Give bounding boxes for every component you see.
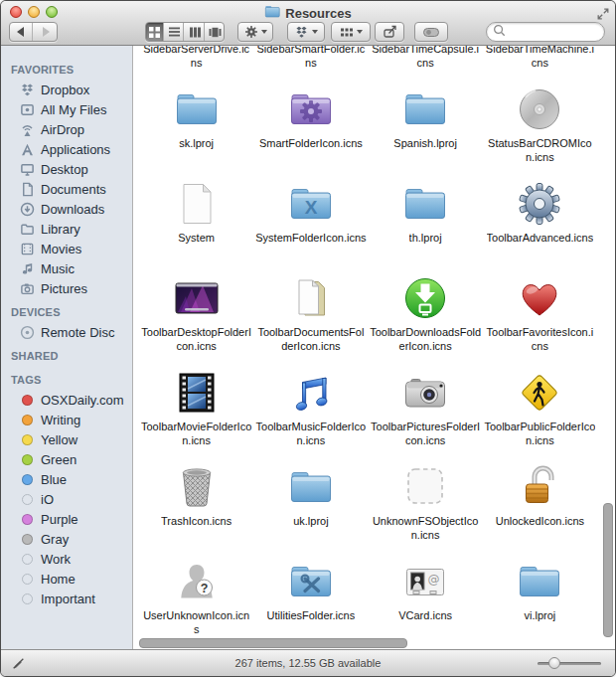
sidebar-item-music[interactable]: Music bbox=[1, 258, 132, 278]
sidebar-item-airdrop[interactable]: AirDrop bbox=[1, 119, 132, 139]
sidebar-item-label: OSXDaily.com bbox=[41, 393, 124, 408]
folder-icon bbox=[287, 463, 335, 511]
folder-icon bbox=[401, 85, 449, 133]
grid-item[interactable]: StatusBarCDROMIcon.icns bbox=[483, 85, 597, 180]
sidebar-item-writing[interactable]: Writing bbox=[1, 410, 132, 429]
sidebar-item-blue[interactable]: Blue bbox=[1, 469, 132, 489]
grid-item[interactable]: TrashIcon.icns bbox=[139, 463, 253, 558]
tags-button[interactable] bbox=[414, 22, 448, 42]
grid-item[interactable]: UnlockedIcon.icns bbox=[483, 463, 597, 558]
grid-item[interactable]: SidebarSmartFolder.icns bbox=[253, 46, 368, 85]
sidebar-item-movies[interactable]: Movies bbox=[1, 239, 132, 258]
vertical-scrollbar[interactable] bbox=[603, 503, 613, 637]
capsule-toggle-icon bbox=[422, 26, 440, 39]
sidebar-item-library[interactable]: Library bbox=[1, 219, 132, 239]
icon-view-button[interactable] bbox=[146, 23, 164, 41]
grid-item[interactable]: Spanish.lproj bbox=[369, 85, 483, 180]
grid-item[interactable]: ToolbarDesktopFolderIcon.icns bbox=[139, 274, 253, 369]
grid-item[interactable]: UtilitiesFolder.icns bbox=[253, 558, 368, 649]
grid-item[interactable]: ToolbarDownloadsFolderIcon.icns bbox=[369, 274, 483, 369]
sidebar-item-yellow[interactable]: Yellow bbox=[1, 429, 132, 449]
sidebar-item-label: Important bbox=[41, 592, 95, 606]
sidebar-item-all-my-files[interactable]: All My Files bbox=[1, 99, 132, 119]
grid-item[interactable]: ToolbarMovieFolderIcon.icns bbox=[139, 369, 253, 463]
grid-item-label: ToolbarFavoritesIcon.icns bbox=[484, 326, 595, 353]
grid-item[interactable]: SidebarTimeMachine.icns bbox=[483, 46, 597, 85]
grid-item-label: ToolbarMovieFolderIcon.icns bbox=[141, 421, 252, 447]
share-button[interactable] bbox=[375, 22, 404, 42]
back-button[interactable] bbox=[10, 23, 33, 41]
grid-item[interactable]: SidebarServerDrive.icns bbox=[139, 46, 253, 85]
sidebar-item-label: All My Files bbox=[41, 102, 106, 117]
grid-item[interactable]: UnknownFSObjectIcon.icns bbox=[369, 463, 483, 558]
action-menu-button[interactable] bbox=[237, 22, 273, 42]
forward-button[interactable] bbox=[36, 23, 58, 41]
camera-icon bbox=[401, 369, 449, 417]
minimize-button[interactable] bbox=[28, 6, 40, 18]
sidebar-item-documents[interactable]: Documents bbox=[1, 179, 132, 199]
icon-size-slider[interactable] bbox=[538, 650, 601, 676]
grid-item[interactable]: ToolbarPicturesFolderIcon.icns bbox=[369, 369, 483, 463]
grid-item[interactable]: XSystemFolderIcon.icns bbox=[253, 180, 368, 274]
sidebar-section-header-favorites: FAVORITES bbox=[1, 56, 132, 80]
grid-item[interactable]: ToolbarDocumentsFolderIcon.icns bbox=[253, 274, 368, 369]
dropbox-menu-button[interactable] bbox=[287, 22, 325, 42]
sidebar-item-remote-disc[interactable]: Remote Disc bbox=[1, 322, 132, 342]
grid-item-label: uk.lproj bbox=[293, 515, 328, 529]
all-my-files-icon bbox=[19, 101, 35, 117]
sidebar-item-purple[interactable]: Purple bbox=[1, 509, 132, 529]
sidebar-item-label: Dropbox bbox=[41, 83, 89, 97]
grid-item[interactable]: th.lproj bbox=[369, 180, 483, 274]
sidebar-item-applications[interactable]: Applications bbox=[1, 139, 132, 159]
tag-dot-icon bbox=[19, 571, 35, 587]
vcard-icon: @ bbox=[401, 558, 449, 605]
grid-item[interactable]: vi.lproj bbox=[483, 558, 597, 649]
slider-knob[interactable] bbox=[548, 657, 560, 669]
grid-item[interactable]: SidebarTimeCapsule.icns bbox=[369, 46, 483, 85]
grid-item[interactable]: ?UserUnknownIcon.icns bbox=[139, 558, 253, 649]
sidebar-item-important[interactable]: Important bbox=[1, 589, 132, 608]
documents-stack-icon bbox=[287, 274, 335, 322]
sidebar-item-desktop[interactable]: Desktop bbox=[1, 159, 132, 179]
grid-item-label: SmartFolderIcon.icns bbox=[259, 137, 363, 151]
sidebar-item-downloads[interactable]: Downloads bbox=[1, 199, 132, 219]
grid-item-label: sk.lproj bbox=[179, 137, 214, 151]
grid-item[interactable]: System bbox=[139, 180, 253, 274]
folder-icon bbox=[264, 4, 280, 22]
horizontal-scrollbar[interactable] bbox=[139, 638, 407, 648]
sidebar-item-home[interactable]: Home bbox=[1, 569, 132, 589]
search-field[interactable] bbox=[486, 22, 605, 42]
sidebar-item-dropbox[interactable]: Dropbox bbox=[1, 80, 132, 99]
grid-item[interactable]: ToolbarPublicFolderIcon.icns bbox=[483, 369, 597, 463]
grid-item-label: System bbox=[178, 232, 215, 246]
sidebar-item-pictures[interactable]: Pictures bbox=[1, 278, 132, 298]
grid-item[interactable]: SmartFolderIcon.icns bbox=[253, 85, 368, 180]
sidebar-item-work[interactable]: Work bbox=[1, 549, 132, 569]
status-bar: 267 items, 12.55 GB available bbox=[1, 649, 615, 676]
coverflow-view-button[interactable] bbox=[208, 23, 225, 41]
sidebar-item-label: Purple bbox=[41, 512, 78, 527]
grid-item-label: vi.lproj bbox=[524, 609, 555, 623]
chevron-down-icon bbox=[312, 30, 318, 34]
sidebar-item-green[interactable]: Green bbox=[1, 449, 132, 469]
sidebar-item-io[interactable]: iO bbox=[1, 489, 132, 509]
grid-item[interactable]: uk.lproj bbox=[253, 463, 368, 558]
grid-item[interactable]: sk.lproj bbox=[139, 85, 253, 180]
list-view-button[interactable] bbox=[167, 23, 185, 41]
search-input[interactable] bbox=[509, 24, 598, 40]
grid-item[interactable]: ToolbarFavoritesIcon.icns bbox=[483, 274, 597, 369]
grid-item-label: ToolbarDownloadsFolderIcon.icns bbox=[370, 326, 481, 353]
column-view-button[interactable] bbox=[187, 23, 205, 41]
titlebar[interactable]: Resources bbox=[1, 1, 615, 21]
airdrop-icon bbox=[19, 121, 35, 137]
close-button[interactable] bbox=[10, 6, 22, 18]
grid-item-label: th.lproj bbox=[409, 232, 442, 246]
gear-icon bbox=[244, 25, 258, 39]
sidebar-item-osxdaily-com[interactable]: OSXDaily.com bbox=[1, 390, 132, 410]
grid-item[interactable]: ToolbarMusicFolderIcon.icns bbox=[253, 369, 368, 463]
zoom-button[interactable] bbox=[46, 6, 58, 18]
grid-item[interactable]: ToolbarAdvanced.icns bbox=[483, 180, 597, 274]
sidebar-item-gray[interactable]: Gray bbox=[1, 529, 132, 549]
grid-item[interactable]: @VCard.icns bbox=[369, 558, 483, 649]
arrange-menu-button[interactable] bbox=[331, 22, 371, 42]
